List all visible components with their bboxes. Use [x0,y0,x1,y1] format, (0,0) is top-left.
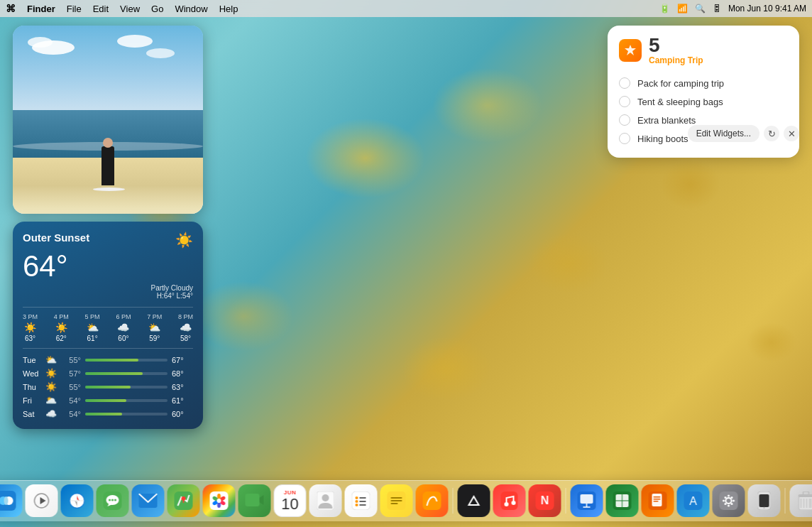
weather-highlow: Partly Cloudy H:64° L:54° [151,284,193,300]
svg-point-33 [322,494,329,501]
svg-marker-46 [469,496,479,505]
weather-location: Outer Sunset [23,232,89,244]
svg-point-75 [725,503,727,505]
svg-point-69 [728,495,730,497]
reminder-checkbox-3[interactable] [619,114,630,126]
apple-menu[interactable]: ⌘ [6,3,16,14]
svg-point-37 [356,500,358,503]
reminder-checkbox-2[interactable] [619,96,630,107]
reminder-item-2[interactable]: Tent & sleeping bags [619,92,788,111]
menu-view[interactable]: View [120,4,140,14]
dock-photos[interactable] [203,484,236,517]
svg-rect-78 [759,494,769,507]
svg-rect-34 [352,491,371,510]
svg-point-48 [505,502,509,506]
dock-freeform[interactable] [416,484,449,517]
dock-appletv[interactable] [458,484,490,517]
dock-keynote[interactable] [571,484,603,517]
menu-finder[interactable]: Finder [27,4,55,14]
svg-point-17 [114,499,116,501]
svg-rect-63 [654,499,661,500]
svg-point-74 [731,503,733,505]
dock-music[interactable] [493,484,526,517]
svg-rect-61 [652,494,662,506]
weather-temperature: 64° [23,251,193,281]
rotate-widget-button[interactable]: ↻ [764,126,779,141]
dock-pages[interactable] [642,484,674,517]
search-icon[interactable]: 🔍 [695,4,706,13]
reminder-text-3: Extra blankets [637,115,696,126]
svg-point-16 [111,499,114,501]
svg-rect-62 [654,496,661,498]
svg-point-73 [725,496,727,499]
daily-row-thu: Thu ☀️ 55° 63° [23,381,193,392]
weather-widget: Outer Sunset ☀️ 64° Partly Cloudy H:64° … [13,222,203,429]
daily-row-tue: Tue ⛅ 55° 67° [23,354,193,365]
dock-calendar[interactable]: JUN 10 [274,484,307,517]
svg-point-49 [512,501,516,505]
svg-marker-5 [40,497,46,504]
dock-contacts[interactable] [309,484,342,517]
weather-sun-icon: ☀️ [175,232,193,249]
dock-system-settings[interactable] [713,484,745,517]
svg-point-35 [356,496,358,499]
dock-finder[interactable] [0,484,23,517]
close-widget-button[interactable]: ✕ [784,126,799,141]
svg-rect-42 [391,497,402,499]
svg-rect-47 [501,491,518,510]
dock-reminders[interactable] [345,484,378,517]
datetime: Mon Jun 10 9:41 AM [728,4,806,13]
svg-rect-43 [391,500,402,501]
dock-trash[interactable] [790,484,813,517]
dock-messages[interactable] [97,484,129,517]
reminder-text-1: Pack for camping trip [637,78,724,89]
svg-rect-67 [720,491,738,510]
svg-point-79 [763,507,764,509]
dock-safari[interactable] [61,484,94,517]
svg-point-39 [356,504,358,506]
photo-widget [13,26,203,214]
svg-point-72 [733,500,735,502]
weather-daily: Tue ⛅ 55° 67° Wed ☀️ 57° 68° Thu ☀️ 55° … [23,348,193,419]
svg-rect-64 [654,501,659,502]
wifi-icon: 📶 [677,4,688,13]
reminder-checkbox-4[interactable] [619,133,630,144]
edit-widgets-button[interactable]: Edit Widgets... [688,125,759,142]
menu-help[interactable]: Help [219,4,238,14]
dock-separator-3 [785,488,786,514]
desktop: ⌘ Finder File Edit View Go Window Help 🔋… [0,0,812,527]
widget-controls: Edit Widgets... ↻ ✕ [688,125,799,142]
svg-point-26 [217,502,221,508]
reminder-checkbox-1[interactable] [619,77,630,89]
dock-mail[interactable] [132,484,165,517]
svg-marker-31 [260,495,264,505]
svg-point-70 [728,505,730,507]
svg-text:N: N [541,494,549,506]
menu-edit[interactable]: Edit [93,4,109,14]
svg-rect-53 [581,494,593,504]
dock-appstore[interactable]: A [677,484,710,517]
reminder-item-1[interactable]: Pack for camping trip [619,74,788,92]
dock-maps[interactable] [168,484,200,517]
dock: JUN 10 [0,480,812,521]
daily-row-sat: Sat ☁️ 54° 60° [23,408,193,419]
dock-news[interactable]: N [529,484,561,517]
menu-file[interactable]: File [67,4,82,14]
svg-rect-30 [246,494,260,506]
dock-notes[interactable] [380,484,413,517]
dock-numbers[interactable] [606,484,639,517]
control-center-icon[interactable]: 🎛 [713,4,721,13]
dock-launchpad[interactable] [26,484,58,517]
dock-facetime[interactable] [238,484,271,517]
reminders-app-icon [619,39,642,62]
reminders-list-name: Camping Trip [649,55,703,65]
daily-row-fri: Fri 🌥️ 54° 61° [23,395,193,406]
menu-go[interactable]: Go [151,4,163,14]
dock-iphone-mirror[interactable] [748,484,781,517]
svg-rect-87 [803,491,809,495]
battery-icon: 🔋 [659,4,670,13]
weather-hourly: 3 PM ☀️ 63° 4 PM ☀️ 62° 5 PM ⛅ 61° 6 PM … [23,307,193,342]
menu-window[interactable]: Window [175,4,207,14]
svg-point-23 [217,494,221,499]
svg-point-76 [731,496,733,499]
